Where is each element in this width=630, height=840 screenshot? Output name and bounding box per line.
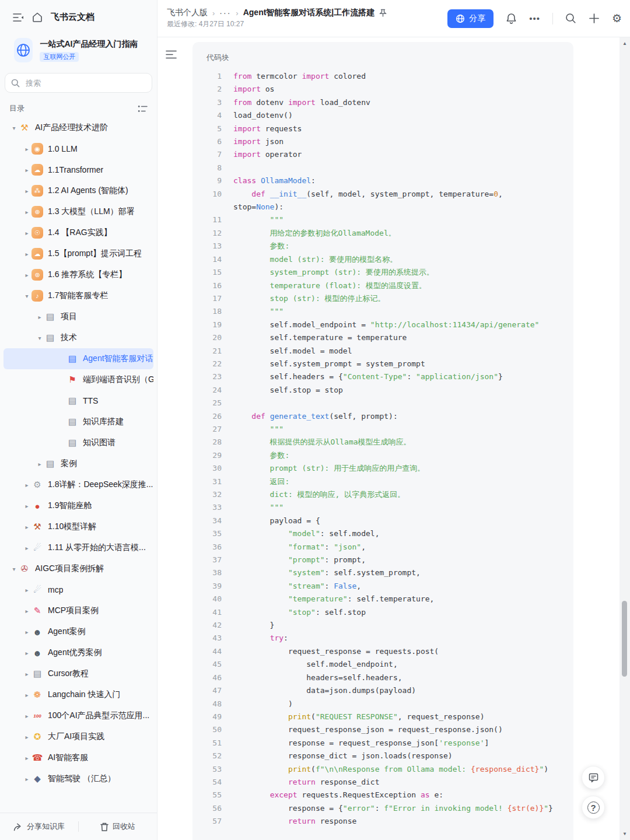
- tree-item[interactable]: ▸⁂1.2 AI Agents (智能体): [4, 180, 153, 201]
- pin-icon[interactable]: [379, 9, 387, 17]
- tree-item[interactable]: ▸✎MCP项目案例: [4, 600, 153, 621]
- expand-arrow-icon[interactable]: ▸: [22, 734, 32, 740]
- breadcrumb-ellipsis[interactable]: ···: [219, 8, 231, 18]
- tree-item[interactable]: ▤知识库搭建: [4, 411, 153, 432]
- expand-arrow-icon[interactable]: ▸: [22, 188, 32, 194]
- tree-item[interactable]: ▸☄mcp: [4, 579, 153, 600]
- line-number: 8: [206, 162, 222, 174]
- expand-arrow-icon[interactable]: ▾: [9, 566, 19, 572]
- code-text: print("REQUEST RESPONSE", request_respon…: [233, 710, 485, 723]
- expand-arrow-icon[interactable]: ▾: [35, 335, 44, 341]
- search-input[interactable]: [24, 78, 146, 88]
- expand-arrow-icon[interactable]: ▸: [22, 755, 32, 761]
- trash-button[interactable]: 回收站: [79, 813, 157, 840]
- expand-arrow-icon[interactable]: ▾: [9, 125, 19, 131]
- expand-arrow-icon[interactable]: ▸: [35, 314, 44, 320]
- tree-item[interactable]: ▸▤Cursor教程: [4, 663, 153, 684]
- line-number: 52: [206, 750, 222, 762]
- tree-item[interactable]: ▾♪1.7智能客服专栏: [4, 285, 153, 306]
- outline-settings-icon[interactable]: [138, 105, 148, 113]
- scroll-up-icon[interactable]: ▲: [620, 41, 630, 46]
- expand-arrow-icon[interactable]: ▸: [22, 230, 32, 236]
- tree-item[interactable]: ▸⊕1.3 大模型（LLM）部署: [4, 201, 153, 222]
- tree-item-label: AI智能客服: [48, 752, 88, 763]
- expand-arrow-icon[interactable]: ▸: [22, 209, 32, 215]
- notifications-bell-icon[interactable]: [506, 13, 517, 24]
- line-number: 22: [206, 358, 222, 370]
- tree-item[interactable]: ⚑端到端语音识别（G...: [4, 369, 153, 390]
- code-line: 1from termcolor import colored: [206, 70, 559, 83]
- tree-item[interactable]: ▤知识图谱: [4, 432, 153, 453]
- tree-item[interactable]: ▸▤案例: [4, 453, 153, 474]
- tree-item[interactable]: ▸☁1.5【prompt】提示词工程: [4, 243, 153, 264]
- tree-item[interactable]: ▸☄1.11 从零开始的大语言模...: [4, 537, 153, 558]
- tree-item[interactable]: ▸100100个AI产品典型示范应用...: [4, 705, 153, 726]
- code-block[interactable]: 代码块 1from termcolor import colored2impor…: [192, 42, 573, 840]
- tree-item[interactable]: ▸❁Langchain 快速入门: [4, 684, 153, 705]
- expand-arrow-icon[interactable]: ▸: [22, 167, 32, 173]
- expand-arrow-icon[interactable]: ▸: [22, 692, 32, 698]
- expand-arrow-icon[interactable]: ▸: [22, 671, 32, 677]
- search-box[interactable]: [5, 73, 152, 93]
- scrollbar[interactable]: ▲ ▼: [620, 37, 630, 840]
- expand-arrow-icon[interactable]: ▸: [22, 713, 32, 719]
- tree-item[interactable]: ▸⚒1.10模型详解: [4, 516, 153, 537]
- expand-arrow-icon[interactable]: ▸: [22, 146, 32, 152]
- code-line: 7import operator: [206, 148, 559, 161]
- breadcrumb-root[interactable]: 飞书个人版: [167, 8, 208, 18]
- code-text: temperature (float): 模型的温度设置。: [233, 279, 426, 292]
- document-tree: ▾⚒AI产品经理技术进阶▸◉1.0 LLM▸☁1.1Transformer▸⁂1…: [0, 115, 157, 813]
- show-outline-icon[interactable]: [166, 50, 177, 59]
- tree-item[interactable]: ▸☎AI智能客服: [4, 747, 153, 768]
- tree-item[interactable]: ▸✪大厂AI项目实践: [4, 726, 153, 747]
- expand-arrow-icon[interactable]: ▸: [22, 482, 32, 488]
- scrollbar-thumb[interactable]: [622, 601, 627, 677]
- expand-arrow-icon[interactable]: ▸: [22, 608, 32, 614]
- code-line: 30 prompt (str): 用于生成响应的用户查询。: [206, 462, 559, 475]
- feedback-button[interactable]: [582, 766, 605, 789]
- expand-arrow-icon[interactable]: ▸: [35, 461, 44, 467]
- tree-item[interactable]: ▾▤技术: [4, 327, 153, 348]
- workspace-card[interactable]: 一站式AI产品经理入门指南 互联网公开: [0, 29, 157, 65]
- tree-item[interactable]: ▸⊛1.6 推荐系统【专栏】: [4, 264, 153, 285]
- share-button[interactable]: 分享: [447, 9, 494, 28]
- collapse-sidebar-icon[interactable]: [13, 13, 24, 22]
- code-text: "system": self.system_prompt,: [233, 566, 421, 579]
- code-line: 52 response_dict = json.loads(response): [206, 750, 559, 762]
- create-new-icon[interactable]: [589, 13, 600, 24]
- expand-arrow-icon[interactable]: ▸: [22, 272, 32, 278]
- tree-item[interactable]: ▸☻Agent案例: [4, 621, 153, 642]
- tree-item[interactable]: ▸☉1.4 【RAG实践】: [4, 222, 153, 243]
- line-number: 37: [206, 554, 222, 566]
- expand-arrow-icon[interactable]: ▸: [22, 629, 32, 635]
- tree-item[interactable]: ▸●1.9智能座舱: [4, 495, 153, 516]
- expand-arrow-icon[interactable]: ▸: [22, 545, 32, 551]
- expand-arrow-icon[interactable]: ▸: [22, 503, 32, 509]
- expand-arrow-icon[interactable]: ▸: [22, 650, 32, 656]
- search-icon[interactable]: [565, 13, 576, 24]
- code-line: 33 """: [206, 501, 559, 514]
- home-icon[interactable]: [32, 12, 43, 22]
- settings-gear-icon[interactable]: ⚙: [612, 12, 622, 25]
- tree-item[interactable]: ▸☻Agent优秀案例: [4, 642, 153, 663]
- tree-item[interactable]: ▾✇AIGC项目案例拆解: [4, 558, 153, 579]
- help-button[interactable]: ?: [582, 796, 605, 819]
- expand-arrow-icon[interactable]: ▸: [22, 776, 32, 782]
- more-options-icon[interactable]: •••: [529, 13, 540, 23]
- tree-item[interactable]: ▾⚒AI产品经理技术进阶: [4, 117, 153, 138]
- tree-item-label: 智能驾驶 （汇总）: [48, 774, 116, 784]
- tree-item[interactable]: ▸◉1.0 LLM: [4, 138, 153, 159]
- tree-item[interactable]: ▤Agent智能客服对话...: [4, 348, 153, 369]
- expand-arrow-icon[interactable]: ▸: [22, 524, 32, 530]
- tree-item[interactable]: ▸▤项目: [4, 306, 153, 327]
- tree-item[interactable]: ▸☁1.1Transformer: [4, 159, 153, 180]
- tree-item[interactable]: ▤TTS: [4, 390, 153, 411]
- share-library-button[interactable]: 分享知识库: [0, 813, 78, 840]
- tree-item[interactable]: ▸◆智能驾驶 （汇总）: [4, 768, 153, 789]
- code-line: 29 参数:: [206, 449, 559, 462]
- expand-arrow-icon[interactable]: ▾: [22, 293, 32, 299]
- expand-arrow-icon[interactable]: ▸: [22, 251, 32, 257]
- tree-item[interactable]: ▸⚙1.8详解：DeepSeek深度推...: [4, 474, 153, 495]
- expand-arrow-icon[interactable]: ▸: [22, 587, 32, 593]
- scroll-down-icon[interactable]: ▼: [620, 831, 630, 836]
